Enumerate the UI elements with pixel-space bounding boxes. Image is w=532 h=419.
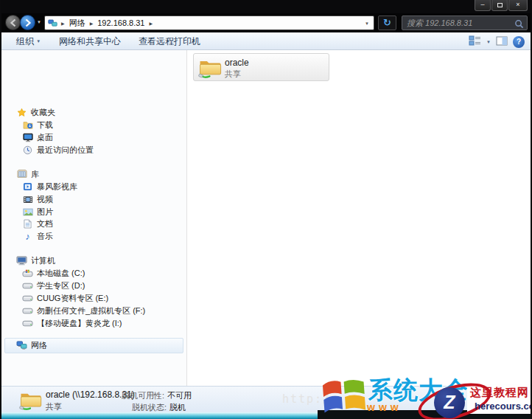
- sidebar-item-label: 库: [31, 169, 39, 180]
- sidebar-item-music[interactable]: ♪ 音乐: [22, 230, 53, 242]
- title-bar: – ×: [0, 0, 532, 13]
- views-caret-icon[interactable]: ▼: [486, 40, 491, 44]
- music-icon: ♪: [22, 231, 33, 242]
- details-subtitle: 共享: [46, 401, 62, 412]
- minimize-button[interactable]: –: [475, 0, 491, 11]
- folder-name: oracle: [225, 58, 249, 68]
- command-bar: 组织 ▼ 网络和共享中心 查看远程打印机 ▼ ?: [1, 32, 531, 50]
- sidebar-item-libraries[interactable]: 库: [16, 168, 39, 180]
- watermark-badge-circle-icon: Z: [434, 387, 465, 418]
- network-icon: [16, 341, 27, 350]
- recent-places-icon: [22, 145, 33, 155]
- minimize-icon: –: [480, 1, 484, 8]
- watermark-badge-title: 这里教程网: [470, 386, 529, 400]
- windows-flag-logo-icon: [320, 375, 368, 419]
- watermark-www-text: www: [367, 401, 402, 413]
- help-button[interactable]: ?: [513, 36, 525, 48]
- sidebar-item-recent-places[interactable]: 最近访问的位置: [22, 144, 94, 156]
- sidebar-item-pictures[interactable]: 图片: [22, 206, 53, 218]
- caption-buttons: – ×: [474, 0, 528, 11]
- view-remote-printers-button[interactable]: 查看远程打印机: [139, 35, 200, 48]
- breadcrumb-segment-host[interactable]: 192.168.8.31: [94, 18, 147, 27]
- drive-icon: [22, 283, 33, 289]
- sidebar-item-label: 图片: [37, 207, 53, 218]
- sidebar-item-videos[interactable]: 视频: [22, 193, 53, 205]
- sidebar-item-drive-c[interactable]: 本地磁盘 (C:): [22, 267, 85, 279]
- libraries-icon: [16, 170, 27, 179]
- drive-icon: [22, 320, 33, 327]
- refresh-icon: ↻: [383, 17, 391, 28]
- sidebar-item-drive-e[interactable]: CUUG资料专区 (E:): [22, 292, 108, 304]
- sidebar-item-label: 下载: [37, 120, 53, 131]
- sidebar-item-documents[interactable]: 文档: [22, 218, 53, 229]
- sidebar-item-computer[interactable]: 计算机: [16, 254, 55, 266]
- drive-icon: [22, 308, 33, 314]
- star-icon: [16, 108, 27, 117]
- close-icon: ×: [516, 1, 519, 8]
- search-box: [402, 15, 528, 30]
- sidebar-item-label: 本地磁盘 (C:): [37, 268, 85, 279]
- recent-pages-caret-icon[interactable]: ▼: [37, 20, 41, 24]
- sidebar-item-desktop[interactable]: 桌面: [22, 131, 53, 143]
- sidebar-item-network[interactable]: 网络: [16, 339, 47, 351]
- breadcrumb-arrow-icon: ▶: [88, 21, 95, 26]
- change-view-button[interactable]: [469, 35, 481, 49]
- video-library-icon: [22, 182, 33, 191]
- watermark-badge-domain: herecours.com: [475, 401, 532, 412]
- search-icon[interactable]: [514, 18, 524, 32]
- breadcrumb-segment-network[interactable]: 网络: [66, 18, 88, 29]
- downloads-icon: [22, 120, 33, 129]
- details-field-offline-status: 脱机状态:脱机: [132, 402, 186, 413]
- sidebar-item-favorites[interactable]: 收藏夹: [16, 106, 55, 118]
- breadcrumb-arrow-icon: ▶: [60, 21, 66, 26]
- sidebar-item-label: 网络: [31, 340, 47, 351]
- documents-icon: [22, 219, 33, 229]
- close-button[interactable]: ×: [508, 0, 528, 11]
- sidebar-item-downloads[interactable]: 下载: [22, 119, 53, 131]
- sidebar-item-drive-d[interactable]: 学生专区 (D:): [22, 280, 85, 291]
- folder-status: 共享: [225, 69, 241, 80]
- breadcrumb-arrow-icon: ▶: [147, 21, 154, 26]
- sidebar-item-label: 文档: [37, 218, 53, 229]
- search-input[interactable]: [407, 17, 510, 29]
- breadcrumb[interactable]: ▶ 网络 ▶ 192.168.8.31 ▶ ▼: [44, 15, 374, 30]
- file-list-pane: oracle 共享: [187, 50, 531, 386]
- network-center-button[interactable]: 网络和共享中心: [59, 35, 121, 48]
- sidebar-item-label: 收藏夹: [31, 107, 55, 118]
- folder-item-oracle[interactable]: oracle 共享: [193, 53, 329, 81]
- address-dropdown-caret-icon[interactable]: ▼: [365, 21, 369, 26]
- details-field-offline-availability: 脱机可用性:不可用: [122, 390, 192, 401]
- desktop-icon: [22, 133, 33, 142]
- sidebar-item-label: CUUG资料专区 (E:): [37, 293, 108, 304]
- refresh-button[interactable]: ↻: [378, 15, 396, 30]
- forward-button[interactable]: [20, 15, 35, 30]
- address-bar: ▼ ▶ 网络 ▶ 192.168.8.31 ▶ ▼ ↻: [0, 13, 532, 32]
- sidebar-item-label: 最近访问的位置: [37, 145, 94, 156]
- help-icon: ?: [517, 38, 521, 46]
- sidebar-item-label: 视频: [37, 194, 53, 205]
- videos-icon: [22, 195, 33, 204]
- sidebar-item-label: 学生专区 (D:): [37, 280, 85, 291]
- sidebar-item-label: 暴风影视库: [37, 181, 77, 193]
- system-drive-icon: [22, 269, 33, 277]
- shared-folder-icon: [19, 388, 43, 415]
- sidebar-item-label: 桌面: [37, 132, 53, 143]
- explorer-window: – × ▼ ▶ 网络 ▶ 192.168.8.31 ▶ ▼ ↻: [0, 0, 532, 419]
- sidebar-item-label: 计算机: [31, 255, 55, 266]
- chevron-down-icon: ▼: [36, 39, 41, 44]
- organize-menu[interactable]: 组织 ▼: [16, 35, 41, 48]
- navigation-pane: 收藏夹 下载 桌面 最近访问的位置 库 暴风影视库: [1, 50, 186, 386]
- pictures-icon: [22, 208, 33, 216]
- computer-icon: [16, 256, 27, 266]
- back-button[interactable]: [5, 15, 21, 30]
- sidebar-item-video-library[interactable]: 暴风影视库: [22, 181, 77, 193]
- sidebar-item-drive-f[interactable]: 勿删任何文件_虚拟机专区 (F:): [22, 305, 145, 316]
- sidebar-item-drive-i[interactable]: 【移动硬盘】黄炎龙 (I:): [22, 317, 122, 329]
- maximize-button[interactable]: [491, 0, 508, 11]
- sidebar-item-label: 【移动硬盘】黄炎龙 (I:): [37, 318, 122, 329]
- sidebar-item-label: 音乐: [37, 231, 53, 242]
- preview-pane-button[interactable]: [496, 35, 508, 49]
- maximize-icon: [497, 3, 503, 7]
- window-body: 收藏夹 下载 桌面 最近访问的位置 库 暴风影视库: [1, 50, 531, 386]
- network-location-icon: [48, 19, 57, 27]
